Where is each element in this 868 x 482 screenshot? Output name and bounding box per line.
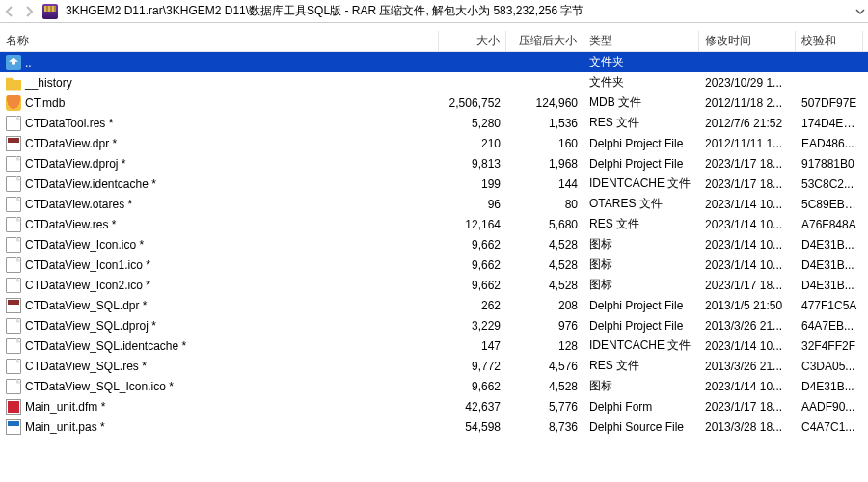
- cell-crc: 64A7EB...: [796, 319, 863, 333]
- address-path[interactable]: 3KHGEM2 D11.rar\3KHGEM2 D11\数据库工具SQL版 - …: [62, 1, 853, 21]
- cell-packed: 4,528: [506, 238, 583, 252]
- cell-name: CTDataTool.res *: [0, 116, 439, 131]
- cell-type: Delphi Project File: [583, 137, 699, 150]
- cell-packed: 8,736: [506, 420, 583, 434]
- cell-name: CTDataView.dpr *: [0, 136, 439, 151]
- cell-crc: AADF90...: [796, 400, 863, 414]
- table-row[interactable]: ..文件夹: [0, 52, 868, 72]
- file-name-label: CTDataView_SQL.identcache *: [25, 339, 186, 353]
- table-row[interactable]: __history文件夹2023/10/29 1...: [0, 72, 868, 93]
- cell-packed: 5,776: [506, 400, 583, 414]
- cell-size: 2,506,752: [439, 96, 506, 110]
- cell-packed: 208: [506, 299, 583, 312]
- file-list: ..文件夹__history文件夹2023/10/29 1...CT.mdb2,…: [0, 52, 868, 437]
- cell-date: 2023/1/14 10...: [699, 258, 796, 272]
- table-row[interactable]: Main_unit.pas *54,5988,736Delphi Source …: [0, 416, 868, 437]
- cell-crc: C4A7C1...: [796, 420, 863, 434]
- cell-date: 2013/3/26 21...: [699, 319, 796, 333]
- cell-packed: 5,680: [506, 218, 583, 231]
- file-icon: [6, 237, 21, 253]
- cell-type: 图标: [583, 277, 699, 293]
- column-header-date[interactable]: 修改时间: [699, 31, 796, 51]
- cell-name: CTDataView_SQL_Icon.ico *: [0, 379, 439, 394]
- cell-date: 2023/10/29 1...: [699, 76, 796, 90]
- column-header-crc[interactable]: 校验和: [796, 31, 863, 51]
- file-name-label: CTDataView.identcache *: [25, 177, 156, 191]
- file-icon: [6, 176, 21, 192]
- nav-back-button[interactable]: [0, 2, 19, 21]
- cell-date: 2023/1/14 10...: [699, 218, 796, 231]
- cell-packed: 4,528: [506, 380, 583, 393]
- cell-crc: C3DA05...: [796, 360, 863, 373]
- cell-crc: D4E31B...: [796, 279, 863, 292]
- cell-packed: 4,528: [506, 258, 583, 272]
- cell-type: 文件夹: [583, 74, 699, 91]
- cell-date: 2023/1/17 18...: [699, 279, 796, 292]
- table-row[interactable]: CTDataView.dproj *9,8131,968Delphi Proje…: [0, 153, 868, 174]
- archive-icon: [42, 4, 58, 19]
- file-icon: [6, 359, 21, 374]
- cell-size: 9,662: [439, 238, 506, 252]
- cell-name: CTDataView_Icon2.ico *: [0, 278, 439, 293]
- cell-type: RES 文件: [583, 216, 699, 232]
- cell-packed: 80: [506, 198, 583, 211]
- cell-name: CTDataView_SQL.identcache *: [0, 338, 439, 354]
- table-row[interactable]: CTDataView_SQL.identcache *147128IDENTCA…: [0, 335, 868, 356]
- dfm-icon: [6, 399, 21, 415]
- cell-packed: 128: [506, 339, 583, 353]
- cell-packed: 1,536: [506, 117, 583, 130]
- cell-size: 9,662: [439, 380, 506, 393]
- cell-crc: 917881B0: [796, 157, 863, 171]
- cell-packed: 144: [506, 177, 583, 191]
- table-row[interactable]: CTDataView.res *12,1645,680RES 文件2023/1/…: [0, 214, 868, 234]
- cell-name: CTDataView.res *: [0, 217, 439, 232]
- table-row[interactable]: Main_unit.dfm *42,6375,776Delphi Form202…: [0, 396, 868, 416]
- file-icon: [6, 257, 21, 273]
- cell-type: RES 文件: [583, 358, 699, 374]
- cell-size: 12,164: [439, 218, 506, 231]
- cell-date: 2023/1/14 10...: [699, 339, 796, 353]
- cell-crc: 174D4E6E: [796, 117, 863, 130]
- table-row[interactable]: CTDataView.dpr *210160Delphi Project Fil…: [0, 133, 868, 153]
- cell-packed: 124,960: [506, 96, 583, 110]
- column-header-type[interactable]: 类型: [583, 31, 699, 51]
- nav-forward-button[interactable]: [19, 2, 39, 21]
- cell-crc: 507DF97E: [796, 96, 863, 110]
- cell-date: 2013/1/5 21:50: [699, 299, 796, 312]
- cell-size: 262: [439, 299, 506, 312]
- cell-date: 2023/1/17 18...: [699, 400, 796, 414]
- file-name-label: CTDataView_Icon.ico *: [25, 238, 144, 252]
- cell-size: 9,813: [439, 157, 506, 171]
- column-header-packed[interactable]: 压缩后大小: [506, 31, 583, 51]
- table-row[interactable]: CTDataView_Icon.ico *9,6624,528图标2023/1/…: [0, 234, 868, 254]
- column-header-name[interactable]: 名称: [0, 31, 439, 51]
- table-row[interactable]: CTDataTool.res *5,2801,536RES 文件2012/7/6…: [0, 113, 868, 133]
- table-row[interactable]: CTDataView_SQL.dproj *3,229976Delphi Pro…: [0, 315, 868, 335]
- file-icon: [6, 278, 21, 293]
- column-header-size[interactable]: 大小: [439, 31, 506, 51]
- table-row[interactable]: CTDataView_Icon1.ico *9,6624,528图标2023/1…: [0, 254, 868, 275]
- file-name-label: CTDataView.dpr *: [25, 137, 117, 150]
- table-row[interactable]: CTDataView_Icon2.ico *9,6624,528图标2023/1…: [0, 275, 868, 295]
- table-row[interactable]: CTDataView.otares *9680OTARES 文件2023/1/1…: [0, 194, 868, 214]
- cell-date: 2012/11/11 1...: [699, 137, 796, 150]
- table-row[interactable]: CTDataView_SQL.res *9,7724,576RES 文件2013…: [0, 356, 868, 376]
- cell-type: 图标: [583, 378, 699, 394]
- cell-name: CTDataView_SQL.res *: [0, 359, 439, 374]
- table-row[interactable]: CT.mdb2,506,752124,960MDB 文件2012/11/18 2…: [0, 93, 868, 113]
- file-icon: [6, 116, 21, 131]
- table-row[interactable]: CTDataView.identcache *199144IDENTCACHE …: [0, 174, 868, 194]
- table-row[interactable]: CTDataView_SQL.dpr *262208Delphi Project…: [0, 295, 868, 315]
- cell-crc: 477F1C5A: [796, 299, 863, 312]
- cell-name: CTDataView_Icon1.ico *: [0, 257, 439, 273]
- file-name-label: CTDataView_SQL_Icon.ico *: [25, 380, 174, 393]
- cell-type: OTARES 文件: [583, 196, 699, 212]
- cell-name: Main_unit.dfm *: [0, 399, 439, 415]
- cell-type: Delphi Project File: [583, 319, 699, 333]
- cell-name: __history: [0, 75, 439, 91]
- file-icon: [6, 338, 21, 354]
- cell-size: 54,598: [439, 420, 506, 434]
- table-row[interactable]: CTDataView_SQL_Icon.ico *9,6624,528图标202…: [0, 376, 868, 396]
- address-dropdown-button[interactable]: [853, 7, 868, 16]
- file-name-label: Main_unit.pas *: [25, 420, 105, 434]
